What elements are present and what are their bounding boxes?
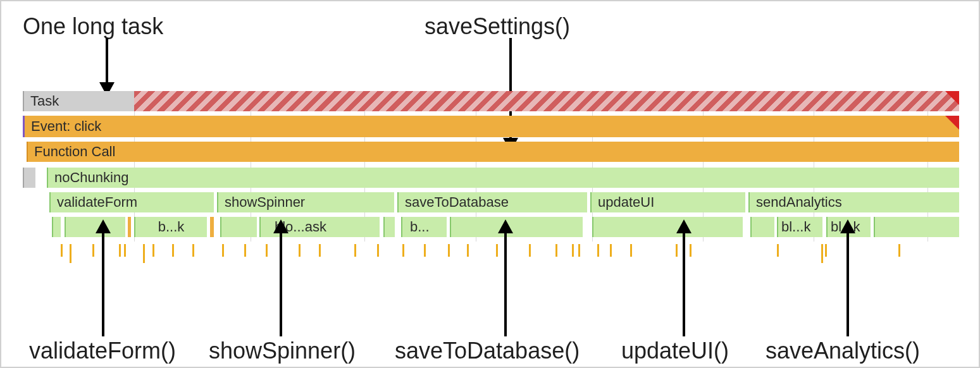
micro-bar: [383, 217, 395, 237]
call-label: validateForm: [57, 194, 137, 211]
row-micro: b...k blo...ask b... bl...k bl...k: [23, 217, 959, 237]
micro-bar: [874, 217, 959, 237]
call-label: sendAnalytics: [756, 194, 842, 211]
long-task-flag-icon: [945, 116, 959, 130]
arrow-up-icon: [674, 219, 693, 336]
micro-tick: [210, 217, 214, 237]
tick-marks: [23, 244, 959, 266]
micro-b: b...: [401, 217, 447, 237]
micro-bar: [220, 217, 257, 237]
arrow-up-icon: [271, 219, 290, 336]
nochunking-bar: noChunking: [47, 168, 959, 188]
flame-chart: Task Event: click Function Call noChunki…: [23, 91, 959, 242]
event-bar: Event: click: [23, 116, 959, 137]
annotation-save-analytics: saveAnalytics(): [766, 340, 920, 362]
row-nochunking: noChunking: [23, 168, 959, 188]
call-update-ui: updateUI: [590, 192, 745, 212]
call-validate-form: validateForm: [49, 192, 214, 212]
nochunking-label: noChunking: [54, 169, 128, 186]
annotation-update-ui: updateUI(): [621, 340, 729, 362]
function-call-bar: Function Call: [27, 142, 959, 162]
micro-bar: [750, 217, 774, 237]
call-save-to-db: saveToDatabase: [397, 192, 587, 212]
micro-label: b...: [410, 219, 430, 235]
arrow-down-icon: [97, 38, 116, 99]
arrow-up-icon: [496, 219, 515, 336]
task-hatch-overlay: [134, 91, 959, 111]
annotation-save-settings: saveSettings(): [425, 15, 570, 38]
row-calls: validateForm showSpinner saveToDatabase …: [23, 192, 959, 212]
micro-bk: b...k: [134, 217, 207, 237]
annotation-show-spinner: showSpinner(): [209, 340, 356, 362]
event-label: Event: click: [31, 118, 101, 135]
annotation-validate-form: validateForm(): [29, 340, 176, 362]
call-show-spinner: showSpinner: [217, 192, 394, 212]
micro-bar: [52, 217, 61, 237]
function-call-label: Function Call: [34, 144, 115, 160]
micro-bar: [592, 217, 743, 237]
micro-blk1: bl...k: [777, 217, 822, 237]
annotation-save-to-db: saveToDatabase(): [395, 340, 580, 362]
tiny-gray-bar: [23, 168, 35, 188]
arrow-up-icon: [94, 219, 113, 336]
row-task: Task: [23, 91, 959, 111]
diagram-frame: One long task saveSettings() Task: [0, 0, 980, 368]
call-label: saveToDatabase: [405, 194, 509, 211]
long-task-flag-icon: [945, 91, 959, 105]
row-event: Event: click: [23, 116, 959, 137]
micro-label: b...k: [158, 219, 185, 235]
micro-label: bl...k: [781, 219, 810, 235]
call-label: updateUI: [598, 194, 654, 211]
arrow-up-icon: [838, 219, 857, 336]
micro-tick: [128, 217, 131, 237]
annotation-one-long-task: One long task: [23, 15, 163, 38]
call-label: showSpinner: [225, 194, 305, 211]
row-function-call: Function Call: [23, 142, 959, 162]
micro-bar: [450, 217, 583, 237]
call-send-analytics: sendAnalytics: [748, 192, 959, 212]
task-label: Task: [30, 93, 59, 109]
